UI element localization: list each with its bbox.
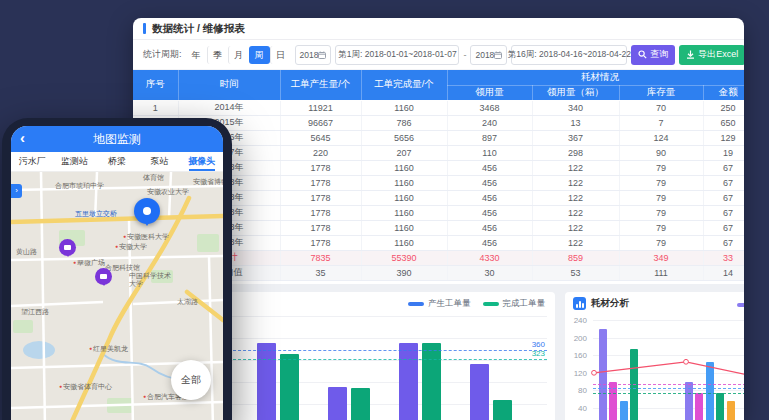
search-button[interactable]: 查询 bbox=[631, 45, 675, 65]
table-cell: 122 bbox=[532, 235, 619, 250]
table-cell: 79 bbox=[619, 220, 703, 235]
table-cell: 122 bbox=[532, 190, 619, 205]
download-icon bbox=[686, 50, 695, 59]
bar-产生工单量[interactable] bbox=[470, 364, 489, 420]
table-cell: 122 bbox=[532, 160, 619, 175]
table-cell: 3468 bbox=[447, 100, 532, 115]
consumables-bar[interactable] bbox=[695, 393, 703, 420]
selected-camera-pin-icon[interactable] bbox=[134, 198, 160, 224]
table-cell: 250 bbox=[703, 100, 744, 115]
table-cell: 456 bbox=[447, 190, 532, 205]
week-range-end-input[interactable]: 第16周: 2018-04-16~2018-04-22 bbox=[511, 45, 627, 65]
table-cell: 111 bbox=[619, 265, 703, 280]
range-separator: - bbox=[463, 50, 466, 60]
bar-完成工单量[interactable] bbox=[280, 354, 299, 420]
y-axis-tick: 40 bbox=[565, 404, 587, 413]
table-cell: 67 bbox=[703, 205, 744, 220]
year-end-select[interactable]: 2018 bbox=[470, 45, 507, 65]
table-cell: 340 bbox=[532, 100, 619, 115]
camera-pin-icon[interactable] bbox=[59, 239, 76, 256]
week-range-end-value: 第16周: 2018-04-16~2018-04-22 bbox=[508, 49, 631, 61]
bar-产生工单量[interactable] bbox=[257, 343, 276, 420]
map-label: 太湖路 bbox=[177, 298, 198, 306]
expand-panel-button[interactable]: › bbox=[11, 184, 22, 198]
col-subheader: 金额 bbox=[703, 85, 744, 100]
table-cell: 90 bbox=[619, 145, 703, 160]
table-cell: 2014年 bbox=[178, 100, 280, 115]
table-cell: 390 bbox=[361, 265, 447, 280]
table-cell: 4330 bbox=[447, 250, 532, 265]
table-cell: 79 bbox=[619, 235, 703, 250]
y-axis-tick: 120 bbox=[565, 369, 587, 378]
table-cell: 897 bbox=[447, 130, 532, 145]
map-label: 安徽省体育中心 bbox=[59, 382, 112, 391]
table-cell: 5645 bbox=[280, 130, 361, 145]
period-option[interactable]: 日 bbox=[270, 46, 291, 64]
table-cell: 1160 bbox=[361, 175, 447, 190]
filter-bar: 统计周期: 年季月周日 2018 第1周: 2018-01-01~2018-01… bbox=[133, 40, 744, 70]
reference-label: 323 bbox=[511, 349, 545, 358]
all-filter-button[interactable]: 全部 bbox=[171, 360, 211, 400]
map-view[interactable]: 合肥市琥珀中学体育馆安徽农业大学安徽省博物馆五里墩立交桥安徽医科大学翠微广场安徽… bbox=[11, 172, 223, 420]
col-subheader: 领用量 bbox=[447, 85, 532, 100]
consumables-bar[interactable] bbox=[727, 401, 735, 420]
consumables-bar[interactable] bbox=[599, 329, 607, 420]
table-cell: 7 bbox=[619, 115, 703, 130]
table-cell: 19 bbox=[703, 145, 744, 160]
consumables-bar[interactable] bbox=[716, 393, 724, 420]
phone-tab-泵站[interactable]: 泵站 bbox=[138, 152, 180, 171]
table-cell: 1160 bbox=[361, 190, 447, 205]
table-cell: 13 bbox=[532, 115, 619, 130]
table-cell: 67 bbox=[703, 220, 744, 235]
table-cell: 122 bbox=[532, 205, 619, 220]
export-excel-button[interactable]: 导出Excel bbox=[679, 45, 744, 65]
table-cell: 55390 bbox=[361, 250, 447, 265]
table-cell: 220 bbox=[280, 145, 361, 160]
calendar-icon bbox=[318, 51, 326, 59]
week-range-start-input[interactable]: 第1周: 2018-01-01~2018-01-07 bbox=[335, 45, 459, 65]
table-row: 12014年119211160346834070250 bbox=[133, 100, 744, 115]
bar-完成工单量[interactable] bbox=[422, 343, 441, 420]
consumables-bar[interactable] bbox=[706, 362, 714, 420]
map-label: 中国科学技术大学 bbox=[129, 272, 175, 288]
table-cell: 1160 bbox=[361, 205, 447, 220]
period-option[interactable]: 月 bbox=[228, 46, 249, 64]
period-option[interactable]: 季 bbox=[207, 46, 228, 64]
table-cell: 1160 bbox=[361, 160, 447, 175]
reference-label: 360 bbox=[511, 340, 545, 349]
table-cell: 456 bbox=[447, 220, 532, 235]
search-icon bbox=[638, 50, 647, 59]
phone-tab-摄像头[interactable]: 摄像头 bbox=[181, 152, 223, 171]
col-header-consumables-group: 耗材情况 bbox=[447, 70, 744, 85]
bar-产生工单量[interactable] bbox=[328, 387, 347, 420]
phone-tab-污水厂[interactable]: 污水厂 bbox=[11, 152, 53, 171]
period-option[interactable]: 周 bbox=[249, 46, 270, 64]
table-cell: 122 bbox=[532, 220, 619, 235]
calendar-icon bbox=[494, 51, 502, 59]
back-icon[interactable]: ‹ bbox=[20, 129, 25, 146]
table-cell: 79 bbox=[619, 160, 703, 175]
period-option[interactable]: 年 bbox=[186, 46, 207, 64]
bar-完成工单量[interactable] bbox=[493, 400, 512, 420]
phone-tab-桥梁[interactable]: 桥梁 bbox=[96, 152, 138, 171]
table-cell: 1778 bbox=[280, 160, 361, 175]
map-label: 合肥市琥珀中学 bbox=[55, 182, 104, 190]
col-header-created: 工单产生量/个 bbox=[280, 70, 361, 100]
table-cell: 367 bbox=[532, 130, 619, 145]
bar-产生工单量[interactable] bbox=[399, 343, 418, 420]
year-start-select[interactable]: 2018 bbox=[295, 45, 332, 65]
gridline bbox=[593, 338, 744, 339]
camera-pin-icon[interactable] bbox=[95, 268, 112, 285]
gridline bbox=[228, 338, 547, 339]
gridline bbox=[593, 320, 744, 321]
table-cell: 96667 bbox=[280, 115, 361, 130]
table-cell: 1160 bbox=[361, 235, 447, 250]
phone-tab-监测站[interactable]: 监测站 bbox=[53, 152, 95, 171]
gridline bbox=[593, 373, 744, 374]
consumables-chart-card: 耗材分析 2402001601208040 bbox=[565, 292, 744, 420]
table-cell: 650 bbox=[703, 115, 744, 130]
table-cell: 1 bbox=[133, 100, 178, 115]
consumables-bar[interactable] bbox=[620, 401, 628, 420]
bar-完成工单量[interactable] bbox=[351, 388, 370, 420]
gridline bbox=[593, 355, 744, 356]
